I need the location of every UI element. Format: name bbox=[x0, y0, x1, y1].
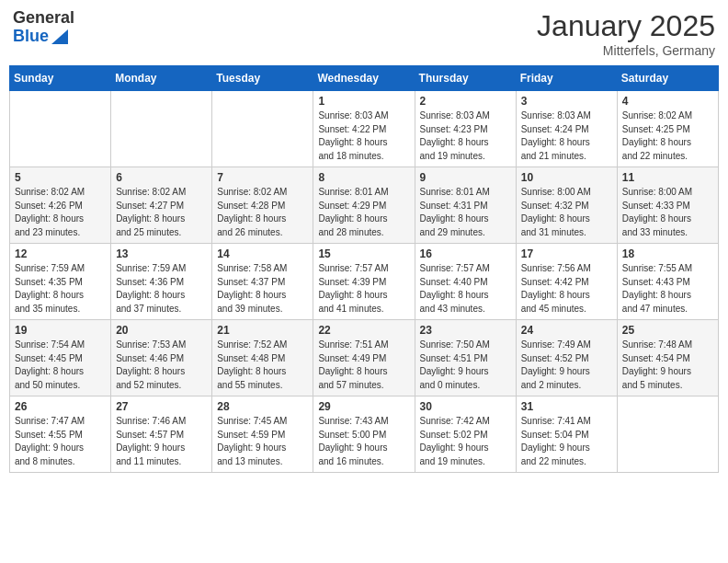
day-info: Sunrise: 8:01 AM Sunset: 4:31 PM Dayligh… bbox=[420, 186, 511, 239]
day-number: 22 bbox=[318, 324, 409, 337]
weekday-header-saturday: Saturday bbox=[617, 66, 718, 91]
day-cell: 20Sunrise: 7:53 AM Sunset: 4:46 PM Dayli… bbox=[111, 320, 212, 396]
day-cell: 27Sunrise: 7:46 AM Sunset: 4:57 PM Dayli… bbox=[111, 396, 212, 473]
day-info: Sunrise: 7:59 AM Sunset: 4:35 PM Dayligh… bbox=[15, 262, 106, 316]
day-number: 5 bbox=[15, 171, 106, 184]
day-number: 17 bbox=[521, 247, 612, 260]
day-cell: 25Sunrise: 7:48 AM Sunset: 4:54 PM Dayli… bbox=[617, 320, 718, 396]
week-row-5: 26Sunrise: 7:47 AM Sunset: 4:55 PM Dayli… bbox=[10, 396, 719, 473]
day-cell: 16Sunrise: 7:57 AM Sunset: 4:40 PM Dayli… bbox=[415, 244, 516, 320]
day-number: 30 bbox=[420, 400, 511, 413]
day-cell: 28Sunrise: 7:45 AM Sunset: 4:59 PM Dayli… bbox=[212, 396, 313, 473]
day-info: Sunrise: 8:02 AM Sunset: 4:25 PM Dayligh… bbox=[622, 109, 713, 163]
day-info: Sunrise: 8:03 AM Sunset: 4:23 PM Dayligh… bbox=[420, 109, 511, 163]
weekday-header-friday: Friday bbox=[516, 66, 617, 91]
day-info: Sunrise: 8:00 AM Sunset: 4:32 PM Dayligh… bbox=[521, 186, 612, 239]
location: Mitterfels, Germany bbox=[537, 43, 715, 58]
logo-blue-text: Blue bbox=[13, 28, 49, 46]
week-row-1: 1Sunrise: 8:03 AM Sunset: 4:22 PM Daylig… bbox=[10, 91, 719, 167]
day-info: Sunrise: 8:02 AM Sunset: 4:28 PM Dayligh… bbox=[217, 186, 308, 239]
day-info: Sunrise: 8:02 AM Sunset: 4:26 PM Dayligh… bbox=[15, 186, 106, 239]
day-info: Sunrise: 7:57 AM Sunset: 4:39 PM Dayligh… bbox=[318, 262, 409, 316]
day-number: 27 bbox=[116, 400, 207, 413]
day-info: Sunrise: 7:55 AM Sunset: 4:43 PM Dayligh… bbox=[622, 262, 713, 316]
day-info: Sunrise: 8:02 AM Sunset: 4:27 PM Dayligh… bbox=[116, 186, 207, 239]
day-info: Sunrise: 7:52 AM Sunset: 4:48 PM Dayligh… bbox=[217, 339, 308, 392]
day-cell: 1Sunrise: 8:03 AM Sunset: 4:22 PM Daylig… bbox=[313, 91, 415, 167]
day-info: Sunrise: 7:56 AM Sunset: 4:42 PM Dayligh… bbox=[521, 262, 612, 316]
day-number: 21 bbox=[217, 324, 308, 337]
day-number: 29 bbox=[318, 400, 409, 413]
day-info: Sunrise: 7:42 AM Sunset: 5:02 PM Dayligh… bbox=[420, 415, 511, 468]
day-cell bbox=[212, 91, 313, 167]
day-cell: 13Sunrise: 7:59 AM Sunset: 4:36 PM Dayli… bbox=[111, 244, 212, 320]
calendar-table: SundayMondayTuesdayWednesdayThursdayFrid… bbox=[9, 65, 719, 473]
day-cell: 18Sunrise: 7:55 AM Sunset: 4:43 PM Dayli… bbox=[617, 244, 718, 320]
day-number: 26 bbox=[15, 400, 106, 413]
day-info: Sunrise: 7:59 AM Sunset: 4:36 PM Dayligh… bbox=[116, 262, 207, 316]
week-row-4: 19Sunrise: 7:54 AM Sunset: 4:45 PM Dayli… bbox=[10, 320, 719, 396]
weekday-header-tuesday: Tuesday bbox=[212, 66, 313, 91]
day-info: Sunrise: 7:53 AM Sunset: 4:46 PM Dayligh… bbox=[116, 339, 207, 392]
day-info: Sunrise: 8:01 AM Sunset: 4:29 PM Dayligh… bbox=[318, 186, 409, 239]
day-cell: 3Sunrise: 8:03 AM Sunset: 4:24 PM Daylig… bbox=[516, 91, 617, 167]
day-number: 19 bbox=[15, 324, 106, 337]
day-number: 23 bbox=[420, 324, 511, 337]
day-number: 20 bbox=[116, 324, 207, 337]
day-number: 15 bbox=[318, 247, 409, 260]
day-info: Sunrise: 7:46 AM Sunset: 4:57 PM Dayligh… bbox=[116, 415, 207, 468]
day-number: 8 bbox=[318, 171, 409, 184]
day-cell: 11Sunrise: 8:00 AM Sunset: 4:33 PM Dayli… bbox=[617, 167, 718, 244]
day-cell: 7Sunrise: 8:02 AM Sunset: 4:28 PM Daylig… bbox=[212, 167, 313, 244]
day-cell: 26Sunrise: 7:47 AM Sunset: 4:55 PM Dayli… bbox=[10, 396, 111, 473]
day-number: 4 bbox=[622, 95, 713, 108]
day-info: Sunrise: 7:57 AM Sunset: 4:40 PM Dayligh… bbox=[420, 262, 511, 316]
day-info: Sunrise: 7:51 AM Sunset: 4:49 PM Dayligh… bbox=[318, 339, 409, 392]
day-cell: 10Sunrise: 8:00 AM Sunset: 4:32 PM Dayli… bbox=[516, 167, 617, 244]
day-number: 28 bbox=[217, 400, 308, 413]
logo: General Blue bbox=[13, 9, 74, 46]
day-info: Sunrise: 7:50 AM Sunset: 4:51 PM Dayligh… bbox=[420, 339, 511, 392]
page-header: General Blue January 2025 Mitterfels, Ge… bbox=[9, 9, 719, 58]
weekday-header-row: SundayMondayTuesdayWednesdayThursdayFrid… bbox=[10, 66, 719, 91]
day-info: Sunrise: 8:00 AM Sunset: 4:33 PM Dayligh… bbox=[622, 186, 713, 239]
day-cell: 24Sunrise: 7:49 AM Sunset: 4:52 PM Dayli… bbox=[516, 320, 617, 396]
week-row-3: 12Sunrise: 7:59 AM Sunset: 4:35 PM Dayli… bbox=[10, 244, 719, 320]
day-cell: 8Sunrise: 8:01 AM Sunset: 4:29 PM Daylig… bbox=[313, 167, 415, 244]
day-number: 24 bbox=[521, 324, 612, 337]
day-number: 7 bbox=[217, 171, 308, 184]
day-info: Sunrise: 8:03 AM Sunset: 4:24 PM Dayligh… bbox=[521, 109, 612, 163]
day-cell: 22Sunrise: 7:51 AM Sunset: 4:49 PM Dayli… bbox=[313, 320, 415, 396]
day-cell: 21Sunrise: 7:52 AM Sunset: 4:48 PM Dayli… bbox=[212, 320, 313, 396]
day-number: 14 bbox=[217, 247, 308, 260]
day-number: 9 bbox=[420, 171, 511, 184]
logo-general-text: General bbox=[13, 9, 74, 28]
day-number: 18 bbox=[622, 247, 713, 260]
day-number: 31 bbox=[521, 400, 612, 413]
day-number: 10 bbox=[521, 171, 612, 184]
weekday-header-monday: Monday bbox=[111, 66, 212, 91]
day-cell: 19Sunrise: 7:54 AM Sunset: 4:45 PM Dayli… bbox=[10, 320, 111, 396]
day-info: Sunrise: 7:41 AM Sunset: 5:04 PM Dayligh… bbox=[521, 415, 612, 468]
day-info: Sunrise: 7:54 AM Sunset: 4:45 PM Dayligh… bbox=[15, 339, 106, 392]
day-cell: 17Sunrise: 7:56 AM Sunset: 4:42 PM Dayli… bbox=[516, 244, 617, 320]
day-info: Sunrise: 8:03 AM Sunset: 4:22 PM Dayligh… bbox=[318, 109, 409, 163]
logo-icon bbox=[51, 28, 68, 44]
day-number: 6 bbox=[116, 171, 207, 184]
month-title: January 2025 bbox=[537, 9, 715, 43]
day-cell bbox=[617, 396, 718, 473]
day-number: 3 bbox=[521, 95, 612, 108]
day-info: Sunrise: 7:47 AM Sunset: 4:55 PM Dayligh… bbox=[15, 415, 106, 468]
day-info: Sunrise: 7:49 AM Sunset: 4:52 PM Dayligh… bbox=[521, 339, 612, 392]
day-number: 1 bbox=[318, 95, 409, 108]
day-cell: 30Sunrise: 7:42 AM Sunset: 5:02 PM Dayli… bbox=[415, 396, 516, 473]
day-info: Sunrise: 7:43 AM Sunset: 5:00 PM Dayligh… bbox=[318, 415, 409, 468]
day-info: Sunrise: 7:48 AM Sunset: 4:54 PM Dayligh… bbox=[622, 339, 713, 392]
day-cell bbox=[111, 91, 212, 167]
day-number: 2 bbox=[420, 95, 511, 108]
day-cell: 23Sunrise: 7:50 AM Sunset: 4:51 PM Dayli… bbox=[415, 320, 516, 396]
weekday-header-wednesday: Wednesday bbox=[313, 66, 415, 91]
day-cell: 12Sunrise: 7:59 AM Sunset: 4:35 PM Dayli… bbox=[10, 244, 111, 320]
day-number: 12 bbox=[15, 247, 106, 260]
title-block: January 2025 Mitterfels, Germany bbox=[537, 9, 715, 58]
